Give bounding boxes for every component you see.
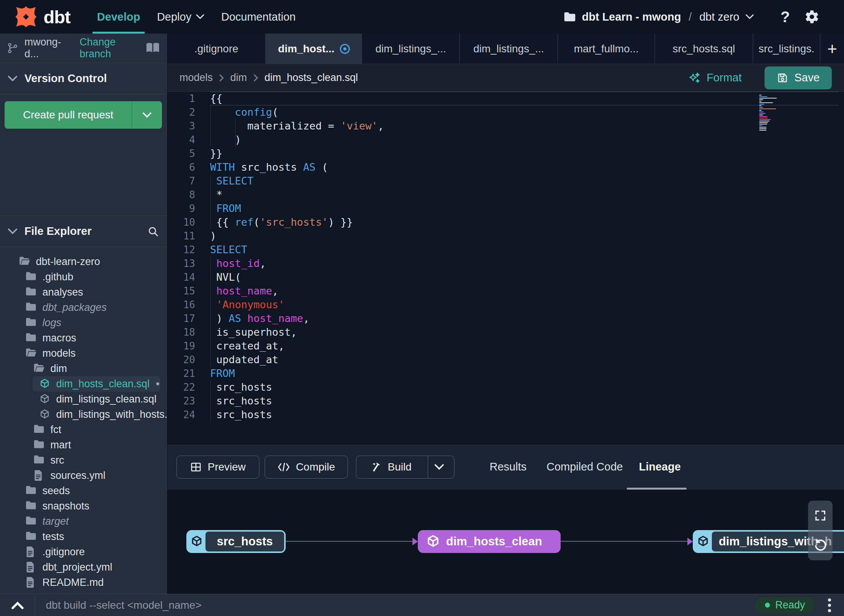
tree-item-dbt-project-yml[interactable]: dbt_project.yml [0,559,167,575]
project-name: dbt Learn - mwong [582,11,681,23]
editor-tab-dim-host-[interactable]: dim_host... [266,34,362,64]
file-icon [26,546,36,557]
editor-tab-dim-listings-[interactable]: dim_listings_... [362,34,460,64]
command-bar: dbt build --select <model_name> Ready [0,594,844,616]
folder-open-icon [26,348,36,359]
compile-button[interactable]: Compile [265,456,348,479]
tree-item-fct[interactable]: fct [0,422,167,437]
minimap[interactable] [759,95,778,131]
folder-icon [26,501,36,511]
tree-item--gitignore[interactable]: .gitignore [0,544,167,559]
branch-bar: mwong-d... Change branch [0,34,167,63]
file-icon [26,577,36,588]
new-tab-button[interactable]: + [820,34,844,64]
tree-item-dim-listings-with-hosts-[interactable]: dim_listings_with_hosts... [0,407,167,422]
book-icon[interactable] [146,42,160,54]
chevron-right-icon [219,74,224,82]
tab-label: src_listings. [758,43,814,55]
tab-label: src_hosts.sql [673,43,735,55]
refresh-button[interactable] [812,537,829,554]
version-control-header[interactable]: Version Control [0,63,167,94]
command-bar-toggle[interactable] [0,594,35,616]
code-line-10: 10 {{ ref('src_hosts') }} [167,215,844,229]
bottom-toolbar: Preview Compile Build [167,445,844,490]
tree-item-dbt-learn-zero[interactable]: dbt-learn-zero [0,254,167,269]
project-selector[interactable]: dbt Learn - mwong / dbt zero [564,11,754,23]
tree-item-seeds[interactable]: seeds [0,483,167,498]
build-dropdown-button[interactable] [428,456,450,478]
editor-tab-src-listings-[interactable]: src_listings. [753,34,820,64]
file-search-button[interactable] [147,226,159,237]
code-text: host_id, [195,257,266,270]
line-number: 18 [167,325,195,339]
change-branch-link[interactable]: Change branch [79,36,140,60]
panel-tab-results[interactable]: Results [490,445,527,488]
pr-dropdown-button[interactable] [132,101,162,129]
tree-item-label: dbt-learn-zero [36,256,100,268]
code-line-11: 11) [167,229,844,243]
save-button[interactable]: Save [765,66,832,89]
editor-tab-dim-listings-[interactable]: dim_listings_... [460,34,558,64]
lineage-node-src-hosts[interactable]: src_hosts [186,530,286,553]
tree-item--github[interactable]: .github [0,269,167,285]
lineage-canvas[interactable]: src_hosts dim_hosts_clean dim_listings_w… [167,490,844,594]
tree-item-label: target [42,516,69,527]
git-branch-icon [7,42,18,54]
panel-tab-compiled-code[interactable]: Compiled Code [546,445,623,488]
tree-item-src[interactable]: src [0,453,167,468]
editor-tab-mart-fullmo-[interactable]: mart_fullmo... [558,34,655,64]
nav-deploy[interactable]: Deploy [149,0,213,34]
code-text: FROM [195,202,241,215]
chevron-down-icon [745,14,754,19]
tree-item-dim[interactable]: dim [0,361,167,376]
tree-item-snapshots[interactable]: snapshots [0,498,167,514]
build-button[interactable]: Build [356,456,454,479]
tree-item-readme-md[interactable]: README.md [0,575,167,590]
nav-develop[interactable]: Develop [89,0,149,34]
code-line-13: 13 host_id, [167,257,844,270]
code-text: * [195,188,223,202]
table-icon [190,461,202,473]
tree-item-dim-hosts-clean-sql[interactable]: dim_hosts_clean.sql• [32,376,160,391]
create-pull-request-button[interactable]: Create pull request [5,101,162,129]
model-icon [39,378,50,389]
code-text: ) [195,133,241,147]
line-number: 22 [167,380,195,394]
floppy-icon [777,72,788,84]
line-number: 19 [167,339,195,353]
tree-item-dbt-packages[interactable]: dbt_packages [0,300,167,315]
file-icon [26,562,36,572]
code-text: ) AS host_name, [195,312,309,325]
editor-tab--gitignore[interactable]: .gitignore [167,34,266,64]
tab-label: dim_listings_... [375,43,446,55]
tree-item-logs[interactable]: logs [0,315,167,330]
format-button[interactable]: Format [688,71,742,84]
code-editor[interactable]: 1{{2 config(3 materialized = 'view',4 )5… [167,92,844,445]
settings-button[interactable] [801,6,823,27]
help-button[interactable]: ? [774,6,796,27]
overflow-menu-button[interactable] [822,597,837,614]
preview-button[interactable]: Preview [176,456,259,479]
tree-item-analyses[interactable]: analyses [0,285,167,300]
tree-item-models[interactable]: models [0,346,167,361]
nav-documentation[interactable]: Documentation [213,0,304,34]
tree-item-label: dim [50,363,67,375]
line-number: 5 [167,147,195,160]
tree-item-macros[interactable]: macros [0,330,167,346]
file-explorer-header[interactable]: File Explorer [0,216,167,247]
fullscreen-button[interactable] [812,507,829,524]
command-input[interactable]: dbt build --select <model_name> [46,599,755,611]
line-number: 1 [167,92,195,105]
code-line-14: 14 NVL( [167,270,844,284]
tree-item-dim-listings-clean-sql[interactable]: dim_listings_clean.sql [0,391,167,407]
dbt-logo[interactable]: dbt [14,5,70,29]
tree-item-sources-yml[interactable]: sources.yml [0,468,167,483]
editor-tab-src-hosts-sql[interactable]: src_hosts.sql [655,34,753,64]
folder-icon [26,272,36,282]
line-number: 15 [167,284,195,298]
tree-item-mart[interactable]: mart [0,437,167,453]
tree-item-tests[interactable]: tests [0,529,167,544]
panel-tab-lineage[interactable]: Lineage [639,445,681,488]
tree-item-target[interactable]: target [0,514,167,529]
lineage-node-dim-hosts-clean[interactable]: dim_hosts_clean [418,530,561,553]
